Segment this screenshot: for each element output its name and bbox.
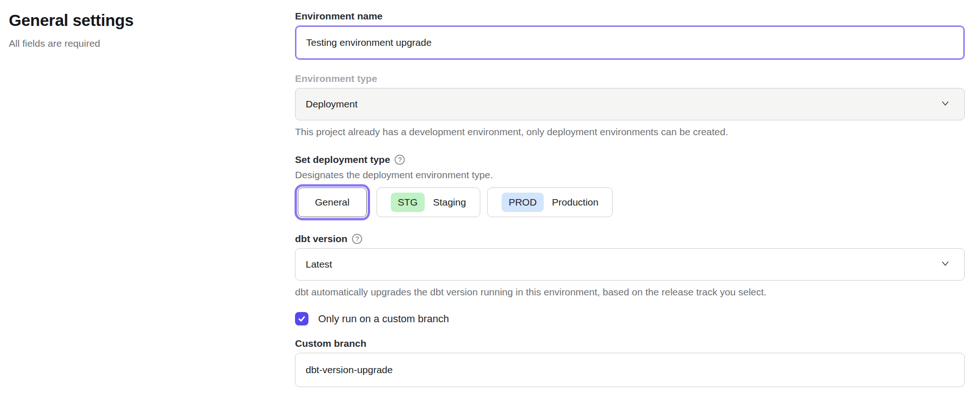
chevron-down-icon bbox=[940, 98, 950, 111]
environment-name-label: Environment name bbox=[295, 10, 965, 22]
deployment-type-options: General STG Staging PROD Production bbox=[295, 188, 965, 217]
general-option-label: General bbox=[315, 197, 350, 208]
page-subtitle: All fields are required bbox=[9, 37, 295, 50]
deployment-type-group: Set deployment type ? Designates the dep… bbox=[295, 154, 965, 217]
dbt-version-label-text: dbt version bbox=[295, 233, 347, 245]
custom-branch-checkbox-row: Only run on a custom branch bbox=[295, 312, 965, 325]
production-option-label: Production bbox=[552, 197, 598, 208]
deployment-type-helper: Designates the deployment environment ty… bbox=[295, 169, 965, 181]
custom-branch-input[interactable] bbox=[295, 353, 965, 387]
dbt-version-helper: dbt automatically upgrades the dbt versi… bbox=[295, 286, 965, 298]
chevron-down-icon bbox=[940, 258, 950, 271]
environment-settings-form: Environment name Environment type Deploy… bbox=[295, 10, 965, 387]
dbt-version-group: dbt version ? Latest dbt automatically u… bbox=[295, 233, 965, 298]
environment-type-value: Deployment bbox=[306, 99, 940, 110]
settings-header-column: General settings All fields are required bbox=[9, 10, 295, 387]
deployment-type-option-staging[interactable]: STG Staging bbox=[377, 188, 480, 217]
check-icon bbox=[297, 314, 306, 323]
custom-branch-group: Custom branch bbox=[295, 338, 965, 387]
custom-branch-checkbox-label[interactable]: Only run on a custom branch bbox=[318, 313, 449, 325]
dbt-version-select[interactable]: Latest bbox=[295, 248, 965, 281]
production-badge: PROD bbox=[502, 193, 544, 212]
staging-option-label: Staging bbox=[433, 197, 466, 208]
environment-type-select: Deployment bbox=[295, 88, 965, 120]
custom-branch-checkbox[interactable] bbox=[295, 312, 308, 325]
environment-name-group: Environment name bbox=[295, 10, 965, 60]
help-icon[interactable]: ? bbox=[352, 234, 362, 244]
deployment-type-option-general[interactable]: General bbox=[298, 188, 367, 217]
page-title: General settings bbox=[9, 10, 295, 31]
dbt-version-label: dbt version ? bbox=[295, 233, 965, 245]
environment-type-label: Environment type bbox=[295, 73, 965, 85]
dbt-version-value: Latest bbox=[306, 259, 940, 270]
custom-branch-label: Custom branch bbox=[295, 338, 965, 350]
deployment-type-option-production[interactable]: PROD Production bbox=[487, 188, 613, 217]
environment-type-group: Environment type Deployment This project… bbox=[295, 73, 965, 138]
help-icon[interactable]: ? bbox=[395, 155, 405, 165]
general-settings-page: General settings All fields are required… bbox=[0, 0, 980, 387]
staging-badge: STG bbox=[391, 193, 425, 212]
environment-name-input[interactable] bbox=[295, 25, 965, 60]
deployment-type-label-text: Set deployment type bbox=[295, 154, 390, 166]
deployment-type-label: Set deployment type ? bbox=[295, 154, 965, 166]
environment-type-helper: This project already has a development e… bbox=[295, 126, 965, 138]
